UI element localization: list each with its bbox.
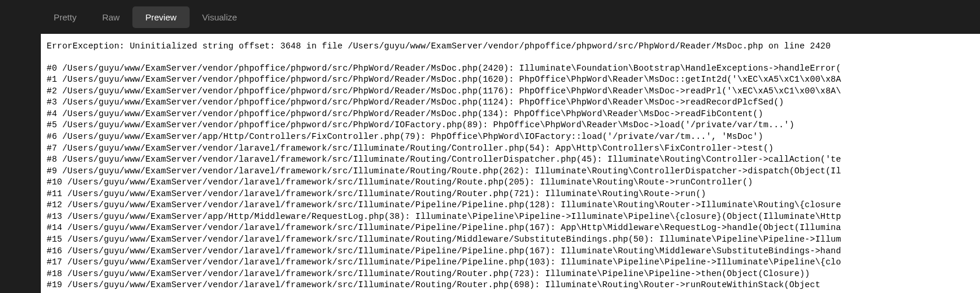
- tab-raw[interactable]: Raw: [89, 6, 132, 28]
- preview-content: ErrorException: Uninitialized string off…: [41, 34, 980, 293]
- stack-trace-line: #12 /Users/guyu/www/ExamServer/vendor/la…: [47, 200, 980, 211]
- stack-trace: #0 /Users/guyu/www/ExamServer/vendor/php…: [47, 63, 980, 291]
- tab-visualize[interactable]: Visualize: [190, 6, 250, 28]
- stack-trace-line: #18 /Users/guyu/www/ExamServer/vendor/la…: [47, 268, 980, 280]
- stack-trace-line: #9 /Users/guyu/www/ExamServer/vendor/lar…: [47, 166, 980, 177]
- stack-trace-line: #1 /Users/guyu/www/ExamServer/vendor/php…: [47, 74, 980, 86]
- response-view-tabs: Pretty Raw Preview Visualize: [0, 0, 980, 34]
- stack-trace-line: #19 /Users/guyu/www/ExamServer/vendor/la…: [47, 280, 980, 291]
- stack-trace-line: #7 /Users/guyu/www/ExamServer/vendor/lar…: [47, 143, 980, 155]
- stack-trace-line: #8 /Users/guyu/www/ExamServer/vendor/lar…: [47, 154, 980, 166]
- stack-trace-line: #15 /Users/guyu/www/ExamServer/vendor/la…: [47, 234, 980, 246]
- stack-trace-line: #3 /Users/guyu/www/ExamServer/vendor/php…: [47, 97, 980, 109]
- error-message: ErrorException: Uninitialized string off…: [47, 41, 980, 53]
- stack-trace-line: #17 /Users/guyu/www/ExamServer/vendor/la…: [47, 257, 980, 268]
- stack-trace-line: #4 /Users/guyu/www/ExamServer/vendor/php…: [47, 109, 980, 120]
- stack-trace-line: #14 /Users/guyu/www/ExamServer/vendor/la…: [47, 222, 980, 234]
- stack-trace-line: #10 /Users/guyu/www/ExamServer/vendor/la…: [47, 177, 980, 189]
- stack-trace-line: #6 /Users/guyu/www/ExamServer/app/Http/C…: [47, 131, 980, 143]
- stack-trace-line: #5 /Users/guyu/www/ExamServer/vendor/php…: [47, 120, 980, 131]
- stack-trace-line: #16 /Users/guyu/www/ExamServer/vendor/la…: [47, 246, 980, 257]
- stack-trace-line: #2 /Users/guyu/www/ExamServer/vendor/php…: [47, 86, 980, 97]
- tab-pretty[interactable]: Pretty: [41, 6, 89, 28]
- stack-trace-line: #13 /Users/guyu/www/ExamServer/app/Http/…: [47, 211, 980, 223]
- stack-trace-line: #11 /Users/guyu/www/ExamServer/vendor/la…: [47, 189, 980, 200]
- stack-trace-line: #0 /Users/guyu/www/ExamServer/vendor/php…: [47, 63, 980, 75]
- tab-preview[interactable]: Preview: [132, 6, 189, 28]
